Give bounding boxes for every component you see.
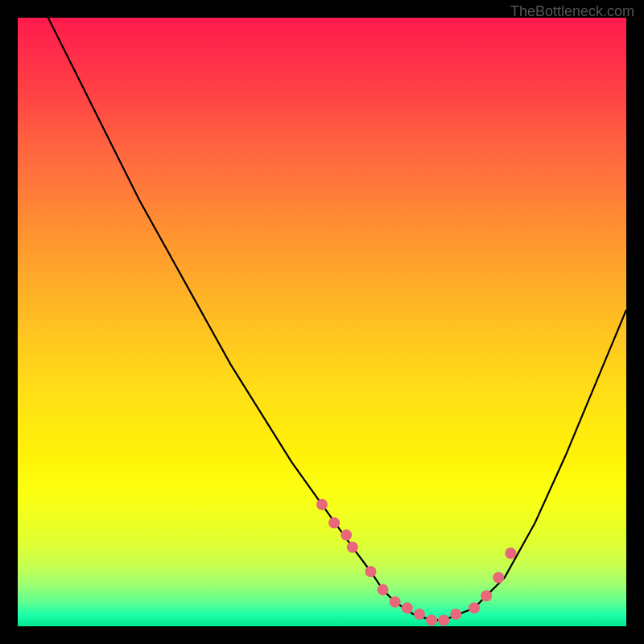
scatter-point [414,609,425,620]
scatter-point [426,614,437,625]
scatter-point [316,499,328,510]
scatter-point [438,614,449,625]
scatter-point [390,597,401,608]
scatter-point [328,518,340,529]
scatter-point [341,530,352,541]
scatter-point [505,547,516,559]
scatter-point [347,542,358,553]
curve-line [48,18,626,620]
watermark-text: TheBottleneck.com [510,3,634,20]
scatter-point [469,602,480,613]
scatter-points [316,499,516,626]
scatter-point [365,566,377,577]
scatter-point [481,590,492,601]
chart-svg [18,18,626,626]
scatter-point [493,572,504,584]
scatter-point [450,609,461,620]
chart-plot-area [18,18,626,626]
scatter-point [378,584,389,596]
scatter-point [402,602,413,613]
